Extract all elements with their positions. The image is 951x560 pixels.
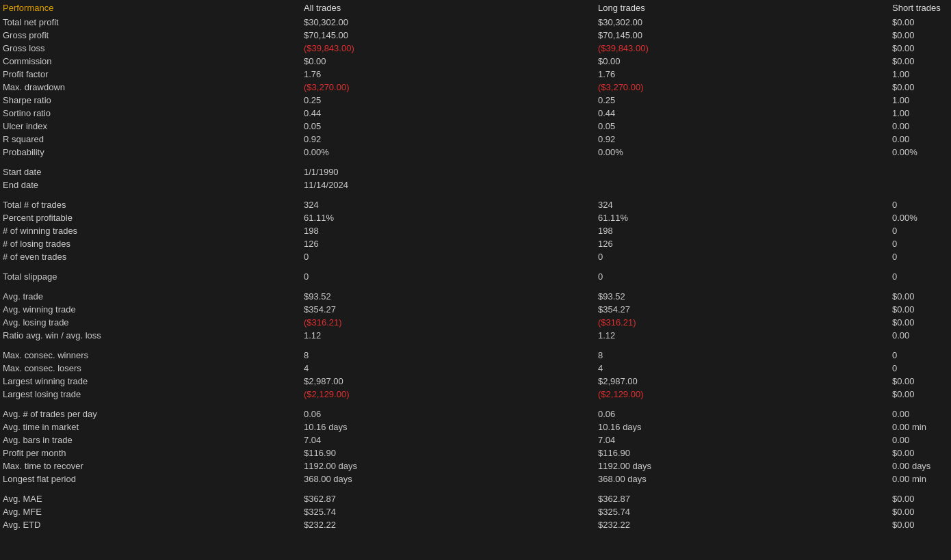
row-all-value: $2,987.00 <box>301 375 595 388</box>
row-label: Gross loss <box>0 42 301 55</box>
row-label: Max. time to recover <box>0 459 301 472</box>
row-all-value: 1.76 <box>301 68 595 81</box>
table-row: Ratio avg. win / avg. loss1.121.120.00 <box>0 329 951 342</box>
row-short-value: $0.00 <box>889 388 951 401</box>
row-long-value: $30,302.00 <box>595 16 889 29</box>
row-short-value: 0.00% <box>889 146 951 159</box>
row-all-value: 10.16 days <box>301 421 595 434</box>
row-short-value: 0 <box>889 224 951 237</box>
row-short-value: $0.00 <box>889 29 951 42</box>
row-short-value: $0.00 <box>889 518 951 531</box>
row-label: Avg. losing trade <box>0 316 301 329</box>
row-long-value: $232.22 <box>595 518 889 531</box>
row-long-value: $2,987.00 <box>595 375 889 388</box>
row-short-value: 0 <box>889 349 951 362</box>
table-row: End date11/14/2024 <box>0 178 951 191</box>
table-row: Avg. winning trade$354.27$354.27$0.00 <box>0 303 951 316</box>
table-row: Sharpe ratio0.250.251.00 <box>0 94 951 107</box>
row-label: Avg. trade <box>0 290 301 303</box>
row-all-value: $70,145.00 <box>301 29 595 42</box>
row-label: Avg. MFE <box>0 505 301 518</box>
row-short-value: 0.00 <box>889 133 951 146</box>
table-row: Avg. time in market10.16 days10.16 days0… <box>0 421 951 434</box>
row-label: Largest losing trade <box>0 388 301 401</box>
row-all-value: 7.04 <box>301 434 595 446</box>
row-long-value: 0.44 <box>595 107 889 120</box>
row-all-value: $116.90 <box>301 446 595 459</box>
performance-table: Performance All trades Long trades Short… <box>0 0 951 531</box>
row-short-value: 0.00 <box>889 434 951 446</box>
row-long-value: 0.06 <box>595 408 889 421</box>
row-short-value: 1.00 <box>889 94 951 107</box>
table-row: # of winning trades1981980 <box>0 224 951 237</box>
table-row <box>0 401 951 408</box>
table-row: Avg. trade$93.52$93.52$0.00 <box>0 290 951 303</box>
table-row: Largest losing trade($2,129.00)($2,129.0… <box>0 388 951 401</box>
row-label: Percent profitable <box>0 211 301 224</box>
row-short-value: 0.00% <box>889 211 951 224</box>
table-row <box>0 485 951 492</box>
table-header: Performance All trades Long trades Short… <box>0 0 951 16</box>
table-row: Ulcer index0.050.050.00 <box>0 120 951 133</box>
row-long-value: 0.05 <box>595 120 889 133</box>
row-short-value: 1.00 <box>889 107 951 120</box>
table-row: Start date1/1/1990 <box>0 165 951 178</box>
row-all-value: ($3,270.00) <box>301 81 595 94</box>
row-short-value: $0.00 <box>889 303 951 316</box>
table-row: Total net profit$30,302.00$30,302.00$0.0… <box>0 16 951 29</box>
row-long-value: $325.74 <box>595 505 889 518</box>
row-long-value: $93.52 <box>595 290 889 303</box>
row-short-value: $0.00 <box>889 290 951 303</box>
row-long-value: 0 <box>595 250 889 263</box>
table-row <box>0 191 951 198</box>
row-all-value: 1192.00 days <box>301 459 595 472</box>
row-all-value: 368.00 days <box>301 472 595 485</box>
row-long-value: ($316.21) <box>595 316 889 329</box>
row-label: Max. consec. losers <box>0 362 301 375</box>
row-long-value: 7.04 <box>595 434 889 446</box>
row-all-value: 1/1/1990 <box>301 165 595 178</box>
row-long-value: 126 <box>595 237 889 250</box>
row-short-value: 0 <box>889 198 951 211</box>
row-long-value: $116.90 <box>595 446 889 459</box>
row-long-value <box>595 165 889 178</box>
table-row: # of losing trades1261260 <box>0 237 951 250</box>
table-row: Avg. # of trades per day0.060.060.00 <box>0 408 951 421</box>
row-long-value: 368.00 days <box>595 472 889 485</box>
row-long-value: 10.16 days <box>595 421 889 434</box>
table-row: Gross loss($39,843.00)($39,843.00)$0.00 <box>0 42 951 55</box>
row-label: # of even trades <box>0 250 301 263</box>
row-long-value: 4 <box>595 362 889 375</box>
row-short-value: $0.00 <box>889 505 951 518</box>
row-label: Commission <box>0 55 301 68</box>
header-short-trades: Short trades <box>889 0 951 16</box>
row-all-value: 1.12 <box>301 329 595 342</box>
row-all-value: $325.74 <box>301 505 595 518</box>
row-long-value: ($3,270.00) <box>595 81 889 94</box>
table-row: Max. consec. losers440 <box>0 362 951 375</box>
row-short-value: $0.00 <box>889 492 951 505</box>
row-short-value: $0.00 <box>889 42 951 55</box>
table-row <box>0 263 951 270</box>
header-performance: Performance <box>0 0 301 16</box>
row-label: Avg. bars in trade <box>0 434 301 446</box>
row-all-value: 4 <box>301 362 595 375</box>
row-short-value: 0.00 days <box>889 459 951 472</box>
row-all-value: 0.92 <box>301 133 595 146</box>
header-long-trades: Long trades <box>595 0 889 16</box>
row-all-value: 0.06 <box>301 408 595 421</box>
row-long-value: 1192.00 days <box>595 459 889 472</box>
row-label: Ratio avg. win / avg. loss <box>0 329 301 342</box>
row-short-value <box>889 178 951 191</box>
row-long-value <box>595 178 889 191</box>
row-label: Total slippage <box>0 270 301 283</box>
row-all-value: 0.44 <box>301 107 595 120</box>
row-all-value: 8 <box>301 349 595 362</box>
row-all-value: $362.87 <box>301 492 595 505</box>
table-row: Largest winning trade$2,987.00$2,987.00$… <box>0 375 951 388</box>
row-label: # of winning trades <box>0 224 301 237</box>
table-row: Max. consec. winners880 <box>0 349 951 362</box>
table-row <box>0 159 951 165</box>
row-label: Probability <box>0 146 301 159</box>
row-short-value: $0.00 <box>889 16 951 29</box>
